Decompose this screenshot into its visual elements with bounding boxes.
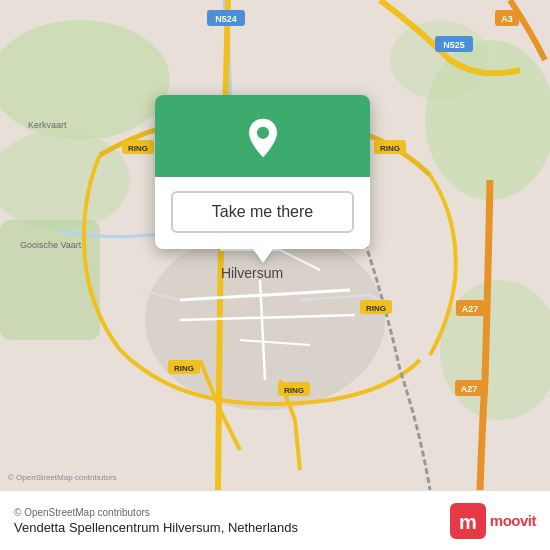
svg-text:m: m xyxy=(459,511,477,533)
svg-text:RING: RING xyxy=(174,364,194,373)
take-me-there-button[interactable]: Take me there xyxy=(171,191,354,233)
svg-text:Kerkvaart: Kerkvaart xyxy=(28,120,67,130)
svg-point-6 xyxy=(390,20,490,100)
svg-text:RING: RING xyxy=(128,144,148,153)
bottom-bar: © OpenStreetMap contributors Vendetta Sp… xyxy=(0,490,550,550)
svg-text:RING: RING xyxy=(284,386,304,395)
location-title: Vendetta Spellencentrum Hilversum, Nethe… xyxy=(14,520,298,535)
popup-body: Take me there xyxy=(155,177,370,249)
location-pin-icon xyxy=(242,117,284,159)
svg-text:Hilversum: Hilversum xyxy=(221,265,283,281)
svg-text:RING: RING xyxy=(366,304,386,313)
map-view: N524 N525 A3 A27 A27 RING RING RING RING… xyxy=(0,0,550,490)
svg-text:© OpenStreetMap contributors: © OpenStreetMap contributors xyxy=(8,473,117,482)
svg-text:A3: A3 xyxy=(501,14,513,24)
popup-tail xyxy=(253,249,273,263)
svg-text:N524: N524 xyxy=(215,14,237,24)
attribution-text: © OpenStreetMap contributors xyxy=(14,507,298,518)
moovit-icon: m xyxy=(450,503,486,539)
bottom-info: © OpenStreetMap contributors Vendetta Sp… xyxy=(14,507,298,535)
location-popup: Take me there xyxy=(155,95,370,249)
svg-text:A27: A27 xyxy=(462,304,479,314)
moovit-logo: m moovit xyxy=(450,503,536,539)
svg-text:A27: A27 xyxy=(461,384,478,394)
svg-text:Gooische Vaart: Gooische Vaart xyxy=(20,240,82,250)
moovit-label: moovit xyxy=(490,512,536,529)
popup-header xyxy=(155,95,370,177)
svg-point-32 xyxy=(256,127,268,139)
svg-text:RING: RING xyxy=(380,144,400,153)
svg-text:N525: N525 xyxy=(443,40,465,50)
